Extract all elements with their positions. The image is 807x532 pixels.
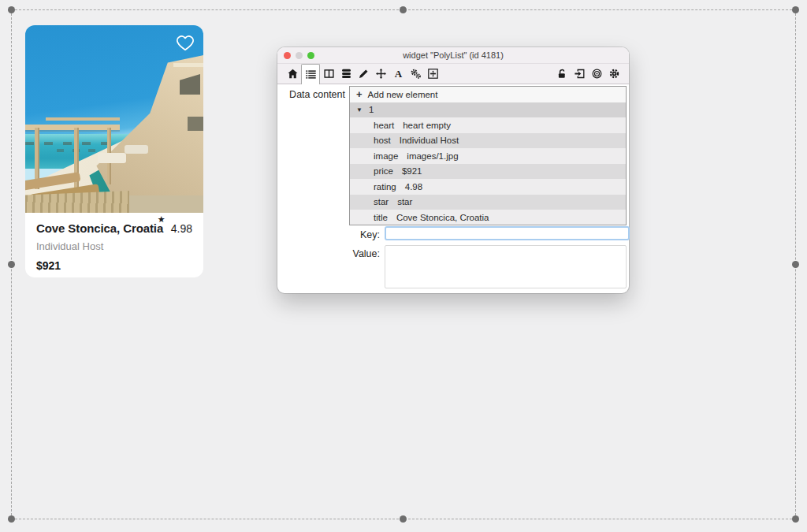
polylist-card[interactable]: Cove Stoncica, Croatia ★ 4.98 Individual…: [25, 25, 203, 277]
dialog-title: widget "PolyList" (id 4181): [403, 50, 504, 60]
listing-rating: ★ 4.98: [171, 222, 192, 235]
star-icon: ★: [158, 214, 165, 225]
svg-text:A: A: [394, 69, 402, 79]
card-footer: Cove Stoncica, Croatia ★ 4.98 Individual…: [25, 213, 203, 272]
add-new-element-row[interactable]: + Add new element: [350, 87, 626, 102]
add-icon: +: [356, 89, 363, 99]
dialog-titlebar[interactable]: widget "PolyList" (id 4181): [277, 47, 629, 64]
dialog-toolbar: A: [277, 64, 629, 84]
resize-handle-middle-right[interactable]: [792, 261, 799, 268]
resize-handle-top-center[interactable]: [400, 6, 407, 13]
value-textarea[interactable]: [385, 245, 627, 288]
data-row[interactable]: heartheart empty: [350, 117, 626, 133]
data-row[interactable]: hostIndividual Host: [350, 133, 626, 149]
data-row[interactable]: imageimages/1.jpg: [350, 148, 626, 164]
database-icon[interactable]: [337, 64, 355, 84]
data-row[interactable]: price$921: [350, 164, 626, 180]
listing-host: Individual Host: [36, 240, 192, 252]
zoom-button[interactable]: [307, 52, 314, 59]
font-icon[interactable]: A: [389, 64, 407, 84]
data-content-list[interactable]: + Add new element ▼ 1 heartheart empty h…: [349, 86, 627, 225]
gear-icon[interactable]: [605, 64, 623, 84]
list-tab-icon[interactable]: [301, 64, 320, 84]
cogs-icon[interactable]: [407, 64, 424, 84]
dialog-body: Data content + Add new element ▼ 1 heart…: [277, 84, 629, 294]
data-row[interactable]: starstar: [350, 195, 626, 210]
data-content-label: Data content: [284, 89, 345, 100]
frame-arrows-icon[interactable]: [424, 64, 441, 84]
unlock-icon[interactable]: [553, 64, 571, 84]
move-icon[interactable]: [372, 64, 389, 84]
close-button[interactable]: [284, 52, 291, 59]
resize-handle-bottom-center[interactable]: [400, 515, 407, 523]
listing-price: $921: [36, 259, 192, 272]
pencil-icon[interactable]: [355, 64, 372, 84]
target-icon[interactable]: [588, 64, 605, 84]
group-row[interactable]: ▼ 1: [350, 102, 626, 118]
resize-handle-top-left[interactable]: [8, 6, 15, 13]
columns-icon[interactable]: [320, 64, 337, 84]
value-label: Value:: [325, 248, 380, 259]
resize-handle-bottom-right[interactable]: [792, 515, 799, 523]
import-icon[interactable]: [571, 64, 588, 84]
key-label: Key:: [325, 229, 380, 240]
home-icon[interactable]: [284, 64, 301, 84]
collapse-arrow-icon[interactable]: ▼: [356, 106, 363, 113]
widget-editor-dialog: widget "PolyList" (id 4181): [277, 47, 629, 293]
resize-handle-top-right[interactable]: [792, 6, 799, 13]
resize-handle-middle-left[interactable]: [8, 261, 15, 268]
minimize-button[interactable]: [296, 52, 303, 59]
data-row[interactable]: titleCove Stoncica, Croatia: [350, 210, 626, 225]
resize-handle-bottom-left[interactable]: [8, 515, 15, 523]
listing-photo: [25, 25, 203, 213]
heart-icon[interactable]: [176, 34, 195, 53]
data-row[interactable]: rating4.98: [350, 179, 626, 195]
listing-title: Cove Stoncica, Croatia: [36, 221, 163, 235]
key-input[interactable]: [385, 226, 630, 240]
